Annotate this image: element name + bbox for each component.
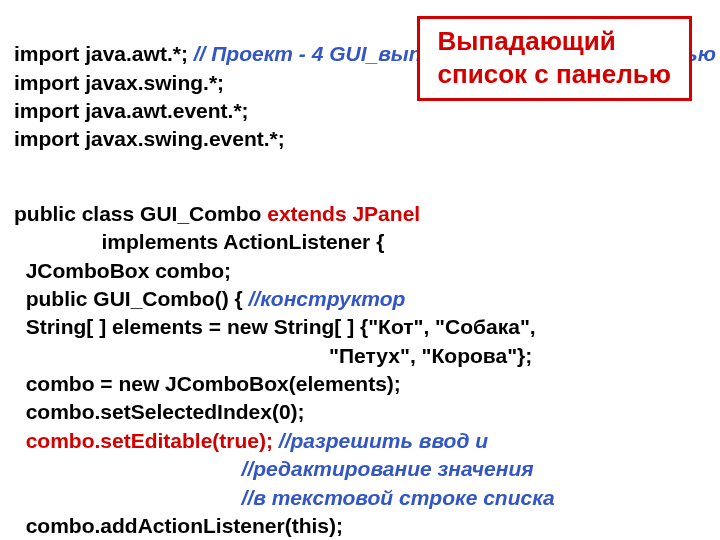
- code-addlistener: combo.addActionListener(this);: [14, 514, 343, 537]
- code-ctor-comment: //конструктор: [249, 287, 406, 310]
- code-ctor-a: public GUI_Combo() {: [14, 287, 249, 310]
- code-field: JComboBox combo;: [14, 259, 231, 282]
- callout-box: Выпадающий список с панелью: [417, 16, 692, 101]
- callout-line2: список с панелью: [438, 58, 671, 91]
- code-combo-editable: combo.setEditable(true);: [14, 429, 279, 452]
- code-import4: import javax.swing.event.*;: [14, 127, 285, 150]
- code-import3: import java.awt.event.*;: [14, 99, 249, 122]
- code-comment-edit1: //разрешить ввод и: [279, 429, 488, 452]
- code-elements-2: "Петух", "Корова"};: [14, 344, 532, 367]
- code-comment-edit2: //редактирование значения: [14, 457, 534, 480]
- code-classdecl-a: public class GUI_Combo: [14, 202, 267, 225]
- code-combo-selindex: combo.setSelectedIndex(0);: [14, 400, 305, 423]
- code-comment-edit3: //в текстовой строке списка: [14, 486, 555, 509]
- callout-line1: Выпадающий: [438, 25, 671, 58]
- code-import1: import java.awt.*;: [14, 42, 194, 65]
- code-classdecl-b: extends JPanel: [267, 202, 420, 225]
- code-elements-1: String[ ] elements = new String[ ] {"Кот…: [14, 315, 536, 338]
- code-import2: import javax.swing.*;: [14, 71, 224, 94]
- code-implements: implements ActionListener {: [14, 230, 384, 253]
- code-combo-new: combo = new JComboBox(elements);: [14, 372, 401, 395]
